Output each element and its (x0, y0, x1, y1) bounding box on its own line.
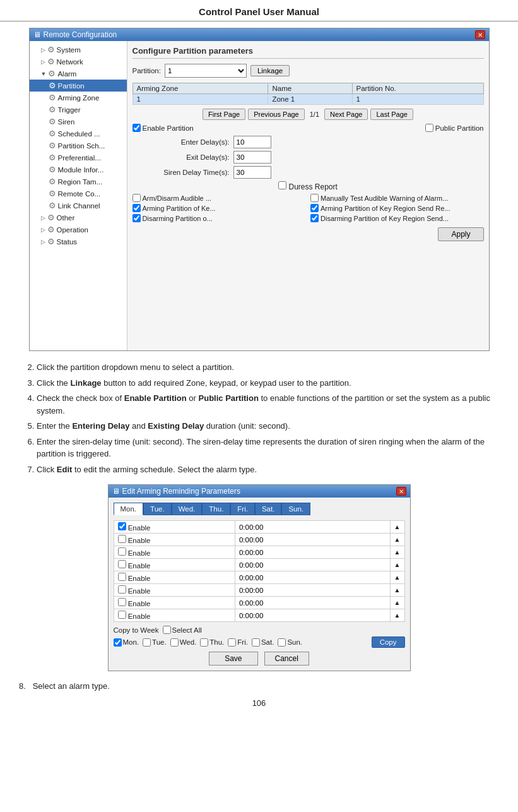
disarming-partition-o-checkbox[interactable] (132, 214, 141, 222)
time-input-3[interactable] (239, 561, 283, 569)
enable-label-7[interactable]: Enable (118, 612, 151, 620)
sidebar-item-network[interactable]: ▷ ⚙ Network (30, 56, 127, 68)
close-button[interactable]: ✕ (475, 30, 485, 39)
spinner-up-3[interactable]: ▲ (390, 559, 404, 571)
time-input-7[interactable] (239, 612, 283, 619)
spinner-up-2[interactable]: ▲ (390, 546, 404, 559)
duress-report-checkbox[interactable] (278, 181, 286, 189)
enter-delay-input[interactable] (233, 136, 271, 148)
duress-report-label[interactable]: Duress Report (278, 181, 338, 191)
time-input-4[interactable] (239, 574, 283, 582)
enable-checkbox-7[interactable] (118, 611, 126, 619)
enable-label-6[interactable]: Enable (118, 600, 151, 607)
next-page-button[interactable]: Next Page (324, 109, 368, 120)
spinner-up-5[interactable]: ▲ (390, 584, 404, 597)
sidebar-item-siren[interactable]: ⚙ Siren (30, 116, 127, 128)
enable-cell-1[interactable]: Enable (114, 534, 235, 546)
week-tue-checkbox[interactable] (143, 638, 151, 647)
enable-checkbox-5[interactable] (118, 585, 126, 594)
time-input-1[interactable] (239, 536, 283, 544)
time-cell-7[interactable] (235, 609, 390, 622)
enable-label-4[interactable]: Enable (118, 575, 151, 582)
arming-partition-key-region-checkbox[interactable] (310, 204, 319, 212)
enable-cell-6[interactable]: Enable (114, 597, 235, 609)
sidebar-item-system[interactable]: ▷ ⚙ System (30, 44, 127, 56)
sidebar-item-partition-sch[interactable]: ⚙ Partition Sch... (30, 140, 127, 152)
time-cell-2[interactable] (235, 546, 390, 559)
enable-cell-0[interactable]: Enable (114, 521, 235, 534)
cancel-button[interactable]: Cancel (264, 652, 309, 666)
time-row-1[interactable]: Enable ▲ (114, 534, 404, 546)
prev-page-button[interactable]: Previous Page (248, 109, 305, 120)
time-row-2[interactable]: Enable ▲ (114, 546, 404, 559)
spinner-up-6[interactable]: ▲ (390, 597, 404, 609)
tab-tue[interactable]: Tue. (143, 503, 172, 515)
time-row-5[interactable]: Enable ▲ (114, 584, 404, 597)
partition-select[interactable]: 1 (165, 64, 247, 78)
time-input-2[interactable] (239, 549, 283, 556)
week-fri-label[interactable]: Fri. (228, 638, 248, 647)
tab-sun[interactable]: Sun. (281, 503, 310, 515)
sidebar-item-arming-zone[interactable]: ⚙ Arming Zone (30, 92, 127, 104)
week-mon-checkbox[interactable] (114, 638, 122, 647)
enable-checkbox-2[interactable] (118, 547, 126, 556)
time-input-0[interactable] (239, 523, 283, 531)
table-row[interactable]: 1 Zone 1 1 (132, 94, 483, 105)
tab-fri[interactable]: Fri. (230, 503, 255, 515)
time-row-6[interactable]: Enable ▲ (114, 597, 404, 609)
enable-label-1[interactable]: Enable (118, 537, 151, 544)
sidebar-item-preferential[interactable]: ⚙ Preferential... (30, 152, 127, 164)
sidebar-item-link-channel[interactable]: ⚙ Link Channel (30, 200, 127, 212)
first-page-button[interactable]: First Page (203, 109, 245, 120)
time-input-5[interactable] (239, 587, 283, 594)
enable-label-0[interactable]: Enable (118, 524, 151, 532)
public-partition-label[interactable]: Public Partition (425, 124, 484, 132)
public-partition-checkbox[interactable] (425, 124, 433, 132)
sidebar-item-operation[interactable]: ▷ ⚙ Operation (30, 224, 127, 236)
sidebar-item-alarm[interactable]: ▼ ⚙ Alarm (30, 68, 127, 80)
week-sun-checkbox[interactable] (278, 638, 286, 647)
enable-checkbox-1[interactable] (118, 535, 126, 543)
last-page-button[interactable]: Last Page (370, 109, 413, 120)
enable-cell-2[interactable]: Enable (114, 546, 235, 559)
save-button[interactable]: Save (209, 652, 257, 666)
week-sat-checkbox[interactable] (252, 638, 260, 647)
enable-checkbox-0[interactable] (118, 522, 126, 530)
spinner-up-1[interactable]: ▲ (390, 534, 404, 546)
linkage-button[interactable]: Linkage (250, 65, 290, 76)
time-cell-6[interactable] (235, 597, 390, 609)
spinner-up-4[interactable]: ▲ (390, 571, 404, 584)
week-sun-label[interactable]: Sun. (278, 638, 302, 647)
time-row-7[interactable]: Enable ▲ (114, 609, 404, 622)
week-fri-checkbox[interactable] (228, 638, 236, 647)
week-mon-label[interactable]: Mon. (114, 638, 139, 647)
arm-disarm-audible-label[interactable]: Arm/Disarm Audible ... (132, 194, 306, 202)
arm-disarm-audible-checkbox[interactable] (132, 194, 141, 202)
enable-cell-4[interactable]: Enable (114, 571, 235, 584)
week-wed-checkbox[interactable] (170, 638, 179, 647)
sidebar-item-module-info[interactable]: ⚙ Module Infor... (30, 164, 127, 176)
time-row-4[interactable]: Enable ▲ (114, 571, 404, 584)
time-cell-5[interactable] (235, 584, 390, 597)
week-thu-label[interactable]: Thu. (200, 638, 224, 647)
time-cell-3[interactable] (235, 559, 390, 571)
spinner-up-0[interactable]: ▲ (390, 521, 404, 534)
time-row-0[interactable]: Enable ▲ (114, 521, 404, 534)
enable-cell-3[interactable]: Enable (114, 559, 235, 571)
sidebar-item-scheduled[interactable]: ⚙ Scheduled ... (30, 128, 127, 140)
time-input-6[interactable] (239, 599, 283, 607)
spinner-up-7[interactable]: ▲ (390, 609, 404, 622)
sidebar-item-status[interactable]: ▷ ⚙ Status (30, 236, 127, 248)
week-thu-checkbox[interactable] (200, 638, 208, 647)
select-all-label[interactable]: Select All (163, 626, 202, 634)
enable-partition-checkbox[interactable] (132, 124, 141, 132)
enable-label-5[interactable]: Enable (118, 587, 151, 595)
disarming-partition-key-checkbox[interactable] (310, 214, 319, 222)
sidebar-item-partition[interactable]: ⚙ Partition (30, 80, 127, 92)
enable-label-3[interactable]: Enable (118, 562, 151, 570)
manually-test-checkbox[interactable] (310, 194, 319, 202)
select-all-checkbox[interactable] (163, 626, 171, 634)
tab-sat[interactable]: Sat. (255, 503, 281, 515)
time-row-3[interactable]: Enable ▲ (114, 559, 404, 571)
sidebar-item-trigger[interactable]: ⚙ Trigger (30, 104, 127, 116)
